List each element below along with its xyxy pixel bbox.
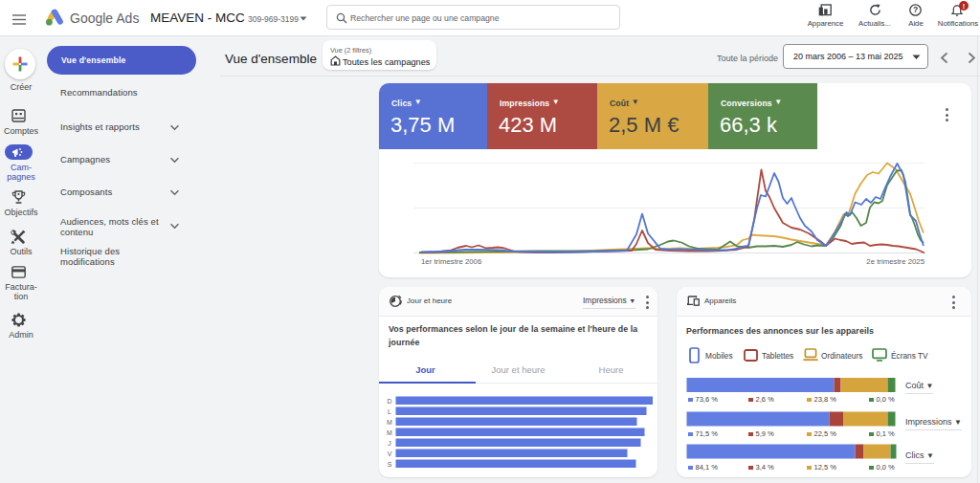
svg-text:1er trimestre 2006: 1er trimestre 2006 [421, 257, 481, 266]
svg-text:J: J [388, 440, 391, 447]
svg-text:S: S [388, 461, 392, 468]
svg-text:L: L [388, 408, 391, 415]
svg-text:V: V [388, 450, 392, 457]
svg-text:D: D [387, 398, 391, 405]
svg-text:M: M [387, 429, 392, 436]
svg-text:?: ? [913, 5, 918, 14]
svg-text:!: ! [963, 2, 966, 11]
svg-text:2e trimestre 2025: 2e trimestre 2025 [866, 257, 924, 266]
svg-text:M: M [387, 419, 392, 426]
